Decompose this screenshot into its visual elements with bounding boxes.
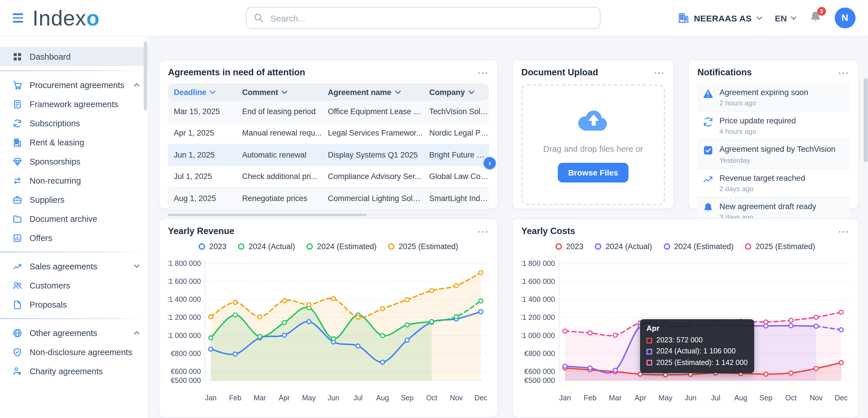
card-menu-icon[interactable]: ⋯ [653,67,665,78]
notification-time: 2 days ago [719,185,805,193]
svg-text:€1 800 000: €1 800 000 [168,259,201,267]
legend-label: 2024 (Actual) [606,242,652,251]
table-row[interactable]: Jul 1, 2025 Check additional pri... Comp… [168,166,489,188]
document-icon [13,300,22,309]
card-menu-icon[interactable]: ⋯ [838,67,849,78]
legend-item[interactable]: 2024 (Estimated) [663,242,734,251]
search-input[interactable] [269,12,593,24]
sidebar-item-label: Document archive [30,214,97,223]
sidebar-group-procurement-agreements[interactable]: Procurement agreements [0,75,148,94]
sidebar-item-subscriptions[interactable]: Subscriptions [0,114,148,133]
svg-text:Aug: Aug [376,394,389,402]
sidebar-item-label: Other agreements [30,328,97,337]
legend-marker [595,243,601,250]
svg-text:Dec: Dec [835,394,848,402]
sidebar-item-suppliers[interactable]: Suppliers [0,190,148,209]
card-title: Agreements in need of attention [168,67,305,78]
svg-text:Apr: Apr [279,394,290,402]
cloud-upload-icon [574,107,612,135]
card-title: Yearly Revenue [168,226,234,236]
card-title: Yearly Costs [521,226,575,236]
sidebar-item-dashboard[interactable]: Dashboard [0,47,148,66]
cell-agreement-name: Compliance Advisory Ser... [322,172,424,181]
sidebar-item-label: Dashboard [30,52,71,61]
user-avatar[interactable]: N [834,7,855,28]
svg-text:€800 000: €800 000 [524,349,555,357]
sidebar-divider [0,318,148,319]
agreements-table: Deadline Comment Agreement name Company … [168,83,489,216]
table-horizontal-scrollbar[interactable] [168,213,489,216]
sidebar-group-sales-agreements[interactable]: Sales agreements [0,257,148,276]
yearly-revenue-chart[interactable]: €1 800 000€1 600 000€1 400 000€1 200 000… [168,257,489,402]
column-header-agreement-name[interactable]: Agreement name [322,88,424,96]
card-menu-icon[interactable]: ⋯ [477,226,489,237]
table-row[interactable]: Jun 1, 2025 Automatic renewal Display Sy… [168,144,489,166]
table-row[interactable]: Apr 1, 2025 Manual renewal requ... Legal… [168,122,489,144]
cell-company: SmartLight Industries [424,194,489,203]
sidebar-item-label: Framework agreements [30,99,118,109]
notification-item[interactable]: Revenue target reached2 days ago [698,169,849,197]
card-menu-icon[interactable]: ⋯ [838,226,849,237]
sidebar-group-other-agreements[interactable]: Other agreements [0,323,148,342]
sidebar-item-label: Customers [30,281,70,290]
sidebar-scrollbar[interactable] [144,41,147,111]
svg-text:€1 200 000: €1 200 000 [521,314,555,322]
sidebar-item-label: Proposals [30,300,67,309]
trend-up-icon [13,262,22,271]
sidebar-item-proposals[interactable]: Proposals [0,295,148,314]
svg-text:Nov: Nov [450,394,463,402]
sidebar-item-sponsorships[interactable]: Sponsorships [0,152,148,171]
sidebar-item-label: Offers [30,233,52,242]
search-bar[interactable] [246,7,601,29]
legend-item[interactable]: 2023 [556,242,584,251]
legend-item[interactable]: 2025 (Estimated) [388,242,458,251]
svg-text:Sep: Sep [760,394,772,402]
sidebar-item-label: Non-recurring [30,176,81,185]
sidebar-item-document-archive[interactable]: Document archive [0,209,148,228]
org-switcher[interactable]: NEERAAS AS [678,12,762,24]
language-selector[interactable]: EN [775,13,796,23]
legend-item[interactable]: 2025 (Estimated) [745,242,815,251]
sidebar-item-non-recurring[interactable]: Non-recurring [0,171,148,190]
column-header-comment[interactable]: Comment [236,88,322,96]
table-row[interactable]: Aug 1, 2025 Renegotiate prices Commercia… [168,188,489,209]
scrollbar-thumb[interactable] [168,213,367,216]
sidebar-item-framework-agreements[interactable]: Framework agreements [0,94,148,114]
legend-item[interactable]: 2024 (Estimated) [307,242,377,251]
browse-files-button[interactable]: Browse Files [558,163,629,182]
notification-item[interactable]: Price update required4 hours ago [698,112,849,140]
legend-item[interactable]: 2024 (Actual) [595,242,652,251]
legend-marker [556,243,562,250]
gem-icon [13,157,22,166]
card-menu-icon[interactable]: ⋯ [477,67,489,78]
sidebar-item-customers[interactable]: Customers [0,276,148,295]
sidebar-item-rent-leasing[interactable]: Rent & leasing [0,133,148,152]
notification-item[interactable]: Agreement expiring soon2 hours ago [698,83,849,112]
sidebar-item-offers[interactable]: Offers [0,228,148,247]
sidebar-item-charity-agreements[interactable]: Charity agreements [0,361,148,381]
menu-icon[interactable] [13,13,23,23]
cell-company: Bright Future Electro... [424,151,489,159]
legend-marker [663,243,670,250]
column-header-company[interactable]: Company [424,88,489,96]
scroll-right-button[interactable]: › [484,157,496,169]
svg-text:Jun: Jun [685,394,696,402]
main-scrollbar[interactable] [863,78,867,162]
cell-comment: Manual renewal requ... [236,129,322,138]
sidebar-item-non-disclosure-agreements[interactable]: Non-disclosure agreements [0,342,148,361]
legend-item[interactable]: 2023 [199,242,226,251]
svg-text:Dec: Dec [474,394,487,402]
legend-item[interactable]: 2024 (Actual) [238,242,295,251]
table-row[interactable]: Mar 15, 2025 End of leasing period Offic… [168,101,489,122]
notifications-bell[interactable]: 3 [809,10,822,26]
topbar: Indexo NEERAAS AS EN 3 N [0,0,868,36]
notification-item[interactable]: Agreement signed by TechVisionYesterday [698,141,849,169]
app-logo[interactable]: Indexo [32,7,100,29]
legend-label: 2023 [209,242,226,251]
legend-label: 2024 (Estimated) [674,242,734,251]
app-screen: Indexo NEERAAS AS EN 3 N [0,0,868,418]
file-dropzone[interactable]: Drag and drop files here or Browse Files [521,85,665,205]
column-header-deadline[interactable]: Deadline [168,88,236,96]
card-title: Notifications [698,67,752,78]
building-icon [13,138,22,147]
